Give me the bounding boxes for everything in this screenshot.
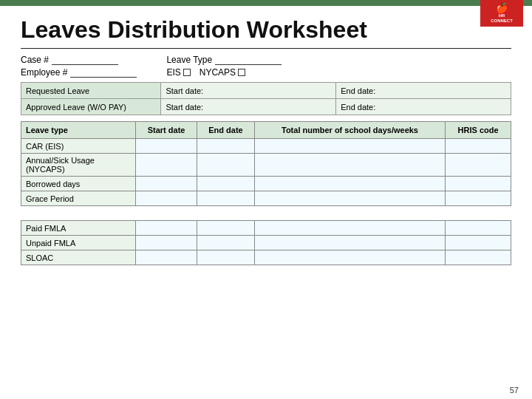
col-total-number: Total number of school days/weeks	[254, 122, 445, 139]
col-hris-code: HRIS code	[446, 122, 511, 139]
leave-type-cell: SLOAC	[21, 250, 136, 265]
data-cell	[136, 191, 197, 206]
table-row: SLOAC	[21, 250, 511, 265]
table-row: Paid FMLA	[21, 221, 511, 236]
employee-field-line: Employee #	[21, 67, 137, 78]
approved-leave-start: Start date:	[161, 99, 336, 115]
data-cell	[197, 191, 255, 206]
requested-leave-row: Requested Leave Start date: End date:	[21, 83, 511, 99]
table-row: Annual/Sick Usage (NYCAPS)	[21, 154, 511, 177]
requested-leave-label: Requested Leave	[21, 83, 161, 99]
nycaps-label: NYCAPS	[200, 67, 236, 78]
data-cell	[254, 250, 445, 265]
leave-type-label: Leave Type	[166, 55, 212, 65]
approved-leave-end: End date:	[336, 99, 511, 115]
case-label: Case #	[21, 55, 49, 65]
logo-subtext: CONNECT	[491, 18, 513, 24]
main-table: Leave type Start date End date Total num…	[21, 121, 511, 265]
employee-label: Employee #	[21, 67, 67, 78]
logo-apple-icon: 🍎	[496, 3, 508, 13]
data-cell	[197, 177, 255, 191]
page-title: Leaves Distribution Worksheet	[21, 16, 511, 44]
logo-text: HR	[499, 13, 505, 18]
data-cell	[136, 236, 197, 250]
data-cell	[446, 250, 511, 265]
case-field-line: Case #	[21, 55, 137, 65]
data-cell	[136, 250, 197, 265]
nycaps-checkbox-group: NYCAPS	[200, 67, 245, 78]
table-row: CAR (EIS)	[21, 139, 511, 154]
data-cell	[446, 139, 511, 154]
col-leave-type: Leave type	[21, 122, 136, 139]
data-cell	[254, 139, 445, 154]
data-cell	[136, 221, 197, 236]
eis-checkbox-group: EIS	[166, 67, 190, 78]
leave-type-cell: CAR (EIS)	[21, 139, 136, 154]
title-divider	[21, 48, 511, 49]
data-cell	[446, 177, 511, 191]
data-cell	[197, 154, 255, 177]
data-cell	[136, 177, 197, 191]
case-underline	[52, 55, 118, 65]
leave-type-cell: Borrowed days	[21, 177, 136, 191]
data-cell	[446, 236, 511, 250]
data-cell	[254, 191, 445, 206]
col-end-date: End date	[197, 122, 255, 139]
leave-type-cell: Grace Period	[21, 191, 136, 206]
page-number: 57	[510, 386, 519, 395]
header-fields: Case # Employee # Leave Type EIS NYCAPS	[21, 55, 511, 78]
table-row: Borrowed days	[21, 177, 511, 191]
leave-type-cell: Annual/Sick Usage (NYCAPS)	[21, 154, 136, 177]
data-cell	[136, 139, 197, 154]
data-cell	[446, 154, 511, 177]
request-table: Requested Leave Start date: End date: Ap…	[21, 82, 511, 115]
table-row: Grace Period	[21, 191, 511, 206]
data-cell	[197, 221, 255, 236]
requested-leave-start: Start date:	[161, 83, 336, 99]
requested-leave-end: End date:	[336, 83, 511, 99]
leave-type-cell: Unpaid FMLA	[21, 236, 136, 250]
table-header-row: Leave type Start date End date Total num…	[21, 122, 511, 139]
data-cell	[254, 177, 445, 191]
data-cell	[197, 250, 255, 265]
col-start-date: Start date	[136, 122, 197, 139]
data-cell	[254, 236, 445, 250]
approved-leave-row: Approved Leave (W/O PAY) Start date: End…	[21, 99, 511, 115]
data-cell	[254, 221, 445, 236]
data-cell	[197, 139, 255, 154]
data-cell	[446, 191, 511, 206]
top-bar	[0, 0, 532, 6]
data-cell	[197, 236, 255, 250]
data-cell	[254, 154, 445, 177]
leave-type-field-line: Leave Type	[166, 55, 282, 65]
table-row: Unpaid FMLA	[21, 236, 511, 250]
leave-type-cell: Paid FMLA	[21, 221, 136, 236]
data-cell	[446, 221, 511, 236]
main-content: Leaves Distribution Worksheet Case # Emp…	[0, 6, 532, 280]
eis-label: EIS	[166, 67, 180, 78]
logo-area: 🍎 HR CONNECT	[480, 0, 523, 27]
employee-underline	[70, 67, 137, 78]
case-employee-col: Case # Employee #	[21, 55, 137, 78]
nycaps-checkbox[interactable]	[238, 69, 245, 76]
data-cell	[136, 154, 197, 177]
eis-checkbox[interactable]	[183, 69, 191, 76]
leave-type-col: Leave Type EIS NYCAPS	[166, 55, 282, 78]
leave-type-underline	[215, 55, 282, 65]
approved-leave-label: Approved Leave (W/O PAY)	[21, 99, 161, 115]
eis-nycaps-line: EIS NYCAPS	[166, 67, 282, 78]
